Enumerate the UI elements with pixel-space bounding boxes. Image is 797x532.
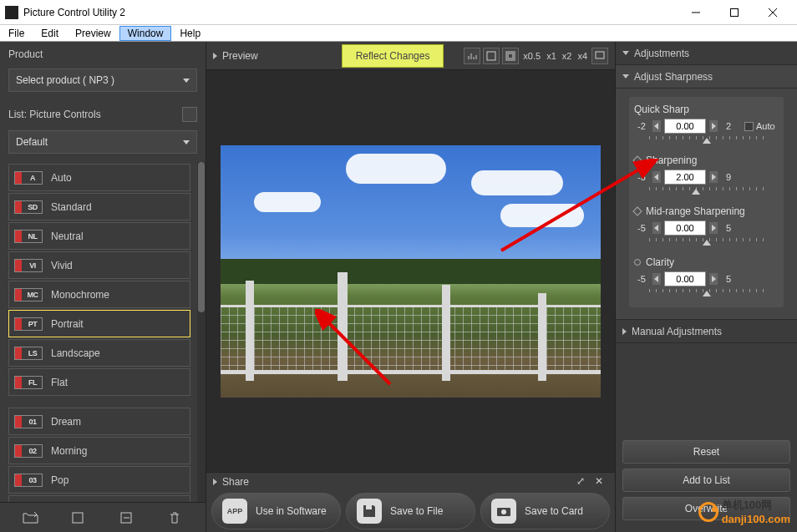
- auto-checkbox[interactable]: Auto: [744, 121, 775, 131]
- picture-control-icon: FL: [14, 376, 43, 389]
- zoom-x4[interactable]: x4: [576, 51, 589, 61]
- preview-viewport[interactable]: [206, 70, 615, 472]
- reset-button[interactable]: Reset: [622, 440, 790, 464]
- share-close-icon[interactable]: ✕: [595, 475, 608, 489]
- picture-control-label: Flat: [51, 377, 68, 388]
- picture-control-item-vivid[interactable]: VIVivid: [8, 251, 190, 279]
- import-button[interactable]: [19, 508, 43, 528]
- reflect-changes-button[interactable]: Reflect Changes: [342, 44, 444, 68]
- left-toolbar: [0, 502, 206, 532]
- svg-rect-1: [731, 8, 739, 16]
- save-to-card-button[interactable]: Save to Card: [480, 493, 610, 529]
- expand-icon[interactable]: [213, 53, 217, 59]
- picture-control-item-dream[interactable]: 01Dream: [8, 408, 190, 435]
- new-button[interactable]: [67, 508, 90, 528]
- app-icon: APP: [222, 499, 247, 524]
- maximize-button[interactable]: [715, 0, 754, 25]
- picture-control-label: Pop: [51, 474, 69, 486]
- picture-control-item-flat[interactable]: FLFlat: [8, 368, 190, 396]
- expand-icon[interactable]: [213, 479, 217, 485]
- list-options-button[interactable]: [182, 107, 197, 122]
- picture-control-item-monochrome[interactable]: MCMonochrome: [8, 281, 190, 308]
- midrange-sharpening-control: Mid-range Sharpening -5 5: [634, 205, 779, 246]
- svg-rect-6: [487, 52, 495, 60]
- titlebar: Picture Control Utility 2: [0, 0, 797, 25]
- adjust-sharpness-body: Quick Sharp -2 2 Auto Sharpening: [616, 89, 797, 320]
- picture-control-icon: 02: [14, 444, 43, 458]
- picture-control-item-standard[interactable]: SDStandard: [8, 193, 190, 220]
- chevron-down-icon: [622, 51, 629, 55]
- use-in-software-button[interactable]: APPUse in Software: [211, 493, 341, 529]
- picture-control-label: Auto: [51, 172, 72, 184]
- sharpening-slider[interactable]: [649, 187, 764, 195]
- picture-control-label: Monochrome: [51, 289, 109, 301]
- clarity-slider[interactable]: [649, 289, 764, 297]
- decrease-button[interactable]: [652, 273, 661, 285]
- midrange-slider[interactable]: [649, 238, 764, 246]
- manual-adjustments-header[interactable]: Manual Adjustments: [616, 320, 797, 343]
- menu-help[interactable]: Help: [171, 26, 209, 41]
- svg-rect-9: [596, 52, 604, 58]
- menu-edit[interactable]: Edit: [33, 26, 67, 41]
- picture-control-label: Morning: [51, 445, 87, 457]
- picture-control-icon: LS: [14, 347, 43, 360]
- clarity-control: Clarity -5 5: [634, 256, 779, 297]
- clarity-input[interactable]: [664, 271, 706, 286]
- increase-button[interactable]: [709, 120, 718, 132]
- zoom-100-button[interactable]: [502, 48, 519, 64]
- sharpening-input[interactable]: [664, 170, 706, 185]
- list-filter-dropdown[interactable]: Default: [8, 130, 197, 154]
- product-dropdown[interactable]: Select product ( NP3 ): [8, 68, 197, 92]
- menu-window[interactable]: Window: [119, 26, 172, 41]
- menu-file[interactable]: File: [0, 26, 33, 41]
- minimize-button[interactable]: [677, 0, 715, 25]
- adjustments-header[interactable]: Adjustments: [616, 42, 797, 65]
- fit-button[interactable]: [483, 48, 500, 64]
- increase-button[interactable]: [709, 273, 718, 285]
- add-to-list-button[interactable]: Add to List: [622, 469, 790, 492]
- zoom-x05[interactable]: x0.5: [521, 51, 542, 61]
- decrease-button[interactable]: [652, 171, 661, 183]
- picture-control-item-landscape[interactable]: LSLandscape: [8, 339, 190, 367]
- diamond-icon: [632, 206, 642, 215]
- picture-control-label: Dream: [51, 416, 81, 428]
- picture-control-item-pop[interactable]: 03Pop: [8, 466, 190, 494]
- zoom-x2[interactable]: x2: [561, 51, 574, 61]
- increase-button[interactable]: [709, 222, 718, 234]
- midrange-input[interactable]: [664, 220, 706, 236]
- svg-point-11: [501, 509, 506, 514]
- menu-preview[interactable]: Preview: [67, 26, 119, 41]
- quick-sharp-input[interactable]: [664, 119, 706, 134]
- left-panel: Product Select product ( NP3 ) List: Pic…: [0, 42, 206, 532]
- picture-control-label: Standard: [51, 201, 92, 213]
- picture-control-item-neutral[interactable]: NLNeutral: [8, 222, 190, 250]
- svg-rect-7: [508, 53, 513, 58]
- quick-sharp-control: Quick Sharp -2 2 Auto: [634, 104, 779, 144]
- picture-control-item-sunday[interactable]: 04Sunday: [8, 495, 190, 502]
- chevron-down-icon: [622, 74, 629, 79]
- product-section-label: Product: [0, 42, 206, 65]
- picture-control-item-portrait[interactable]: PTPortrait: [8, 310, 190, 337]
- quick-sharp-slider[interactable]: [649, 136, 764, 144]
- chevron-down-icon: [183, 79, 190, 83]
- edit-button[interactable]: [115, 508, 139, 528]
- decrease-button[interactable]: [652, 120, 661, 132]
- histogram-button[interactable]: [464, 48, 480, 64]
- decrease-button[interactable]: [652, 222, 661, 234]
- zoom-x1[interactable]: x1: [545, 51, 558, 61]
- scrollbar[interactable]: [197, 162, 206, 502]
- list-section-label: List: Picture Controls: [0, 100, 206, 127]
- scrollbar-thumb[interactable]: [198, 162, 205, 312]
- window-title: Picture Control Utility 2: [23, 7, 677, 18]
- delete-button[interactable]: [163, 508, 186, 528]
- picture-control-icon: VI: [14, 259, 43, 272]
- picture-control-item-auto[interactable]: AAuto: [8, 164, 190, 191]
- share-collapse-icon[interactable]: ⤢: [576, 475, 590, 489]
- save-to-file-button[interactable]: Save to File: [346, 493, 475, 529]
- adjust-sharpness-header[interactable]: Adjust Sharpness: [616, 65, 797, 89]
- navigator-button[interactable]: [591, 48, 608, 64]
- increase-button[interactable]: [709, 171, 718, 183]
- share-panel: Share ⤢ ✕ APPUse in Software Save to Fil…: [206, 472, 615, 532]
- picture-control-item-morning[interactable]: 02Morning: [8, 437, 190, 464]
- close-button[interactable]: [754, 0, 792, 25]
